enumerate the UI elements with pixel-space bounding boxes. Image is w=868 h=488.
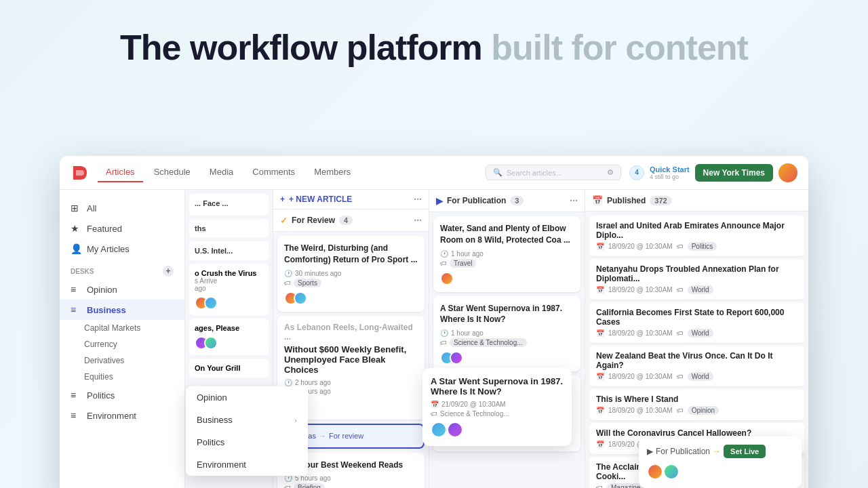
grid-icon: ⊞: [71, 203, 81, 214]
tag-icon: 🏷: [677, 407, 684, 414]
publication-workflow-icon: ▶: [647, 447, 653, 456]
new-article-button[interactable]: + + NEW ARTICLE ···: [273, 190, 429, 209]
publication-status-icon: ▶: [436, 196, 443, 206]
desk-icon-opinion: ≡: [71, 284, 81, 295]
clock-icon: 🕐: [284, 379, 292, 386]
nav-tabs: Articles Schedule Media Comments Members: [98, 163, 477, 182]
sidebar-item-label: Opinion: [87, 285, 117, 295]
sidebar-item-label: Politics: [87, 390, 115, 401]
col1-menu-icon[interactable]: ···: [414, 194, 422, 205]
avatar: [450, 351, 463, 365]
sidebar-item-opinion[interactable]: ≡ Opinion: [60, 279, 184, 300]
sidebar-item-environment[interactable]: ≡ Environment: [60, 405, 184, 426]
dropdown-item-politics[interactable]: Politics: [186, 431, 308, 453]
cal-icon: 📅: [596, 407, 604, 414]
sidebar-item-label: Featured: [87, 224, 122, 234]
partial-card-4: o Crush the Virus s Arrive ago: [189, 264, 269, 315]
pub-card-2[interactable]: A Star Went Supernova in 1987. Where Is …: [433, 296, 580, 372]
avatar: [294, 291, 307, 305]
col-pub-menu-icon[interactable]: ···: [570, 195, 578, 206]
partial-card-6: On Your Grill: [189, 359, 269, 378]
pub-item-1[interactable]: Netanyahu Drops Troubled Annexation Plan…: [589, 259, 804, 300]
pub-card-1[interactable]: Water, Sand and Plenty of Elbow Room on …: [433, 216, 580, 292]
partial-card-5: ages, Please: [189, 319, 269, 355]
avatar: [431, 422, 447, 438]
hero-title-muted: built for content: [491, 28, 748, 67]
top-nav: Articles Schedule Media Comments Members…: [60, 156, 808, 190]
desk-icon-politics: ≡: [71, 390, 81, 401]
set-live-card: ▶ For Publication → Set Live: [639, 436, 802, 488]
clock-icon: 🕐: [284, 474, 292, 482]
pub-item-0[interactable]: Israel and United Arab Emirates Announce…: [589, 216, 804, 256]
tab-comments[interactable]: Comments: [244, 163, 303, 182]
tag-icon: 🏷: [440, 339, 447, 346]
tag-icon: 🏷: [596, 484, 603, 488]
search-input[interactable]: Search articles...: [507, 169, 600, 177]
review-card-1[interactable]: The Weird, Disturbing (and Comforting) R…: [277, 236, 425, 312]
dropdown-item-business[interactable]: Business ›: [186, 409, 308, 431]
sidebar-item-label: Business: [87, 305, 126, 315]
cal-icon: 📅: [596, 329, 604, 337]
tab-articles[interactable]: Articles: [98, 163, 143, 182]
sidebar-sub-capital-markets[interactable]: Capital Markets: [60, 320, 184, 336]
dropdown-item-opinion[interactable]: Opinion: [186, 386, 308, 409]
sidebar-sub-equities[interactable]: Equities: [60, 369, 184, 385]
dropdown-item-environment[interactable]: Environment: [186, 453, 308, 476]
pub-item-4[interactable]: This is Where I Stand 📅 18/09/20 @ 10:30…: [589, 389, 804, 420]
quick-start-badge: 4: [629, 165, 644, 180]
tab-media[interactable]: Media: [201, 163, 241, 182]
quick-start-label: Quick Start: [650, 165, 690, 174]
sidebar-item-label: Environment: [87, 411, 136, 421]
add-desk-button[interactable]: +: [163, 266, 174, 277]
clock-icon: 🕐: [440, 250, 448, 258]
sidebar-sub-currency[interactable]: Currency: [60, 336, 184, 352]
sidebar-item-all[interactable]: ⊞ All: [60, 198, 184, 218]
dropdown-menu: Opinion Business › Politics Environment: [186, 386, 308, 476]
col-header-for-publication: ▶ For Publication 3 ···: [429, 190, 585, 212]
avatar: [647, 464, 663, 480]
published-status-icon: 📅: [592, 195, 603, 205]
pub-item-3[interactable]: New Zealand Beat the Virus Once. Can It …: [589, 346, 804, 386]
tag-icon: 🏷: [677, 329, 684, 337]
tooltip-supernova: A Star Went Supernova in 1987. Where Is …: [422, 368, 572, 446]
sidebar-item-my-articles[interactable]: 👤 My Articles: [60, 239, 184, 259]
cal-icon: 📅: [431, 401, 439, 408]
tag-icon: 🏷: [284, 484, 291, 488]
sidebar-item-business[interactable]: ≡ Business: [60, 300, 184, 320]
pub-item-2[interactable]: California Becomes First State to Report…: [589, 302, 804, 343]
sidebar-item-label: All: [87, 203, 96, 214]
sidebar-sub-derivatives[interactable]: Derivatives: [60, 352, 184, 369]
person-icon: 👤: [71, 243, 81, 254]
cal-icon: 📅: [596, 286, 604, 293]
desk-icon-environment: ≡: [71, 410, 81, 421]
sidebar-item-label: My Articles: [87, 244, 130, 254]
col-menu-icon[interactable]: ···: [414, 215, 422, 226]
cal-icon: 📅: [596, 441, 604, 448]
user-avatar[interactable]: [778, 163, 797, 182]
sidebar-item-featured[interactable]: ★ Featured: [60, 218, 184, 239]
hero-section: The workflow platform built for content: [0, 0, 868, 88]
search-icon: 🔍: [493, 168, 502, 177]
tab-schedule[interactable]: Schedule: [146, 163, 199, 182]
app-logo: [71, 163, 90, 182]
tag-icon: 🏷: [440, 260, 447, 267]
tag-icon: 🏷: [284, 279, 291, 287]
sidebar-item-politics[interactable]: ≡ Politics: [60, 385, 184, 405]
app-window: Articles Schedule Media Comments Members…: [60, 156, 808, 488]
col-content-publication: Water, Sand and Plenty of Elbow Room on …: [429, 212, 585, 488]
avatar: [447, 422, 463, 438]
avatar: [663, 464, 679, 480]
set-live-button[interactable]: Set Live: [724, 445, 766, 458]
col-header-for-review: ✓ For Review 4 ···: [273, 209, 429, 232]
sidebar: ⊞ All ★ Featured 👤 My Articles DESKS + ≡…: [60, 190, 185, 488]
publication-button[interactable]: New York Times: [695, 164, 773, 182]
quick-start-sub: 4 still to go: [650, 174, 690, 180]
quick-start-info[interactable]: Quick Start 4 still to go: [650, 165, 690, 180]
tag-icon: 🏷: [677, 286, 684, 293]
tab-members[interactable]: Members: [306, 163, 359, 182]
filter-icon[interactable]: ⚙: [607, 168, 614, 177]
partial-card-1: ... Face ...: [189, 194, 269, 216]
partial-card-2: ths: [189, 219, 269, 238]
avatar-2: [204, 296, 218, 310]
hero-title: The workflow platform built for content: [14, 27, 854, 68]
